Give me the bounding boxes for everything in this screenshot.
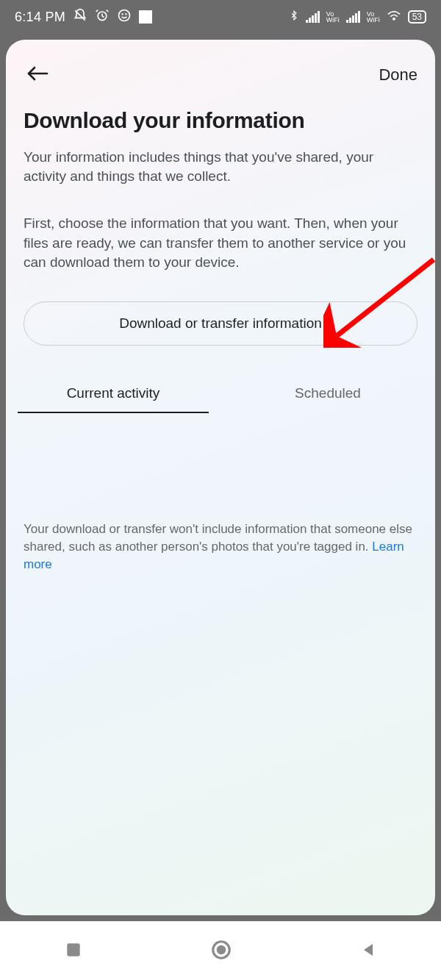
tab-current-activity[interactable]: Current activity	[6, 376, 220, 413]
footnote: Your download or transfer won't include …	[6, 413, 435, 573]
arrow-left-icon	[26, 65, 49, 82]
recents-button[interactable]	[57, 933, 90, 969]
square-icon	[64, 940, 83, 959]
status-time: 6:14 PM	[15, 10, 65, 25]
svg-line-4	[96, 10, 98, 12]
intro-paragraph-1: Your information includes things that yo…	[6, 140, 435, 186]
tab-scheduled[interactable]: Scheduled	[220, 376, 435, 413]
back-nav-button[interactable]	[352, 933, 384, 969]
download-or-transfer-button[interactable]: Download or transfer information	[24, 301, 417, 346]
svg-point-9	[392, 18, 394, 19]
vowifi-2-icon: VoWiFi	[367, 11, 380, 23]
intro-paragraph-2: First, choose the information that you w…	[6, 207, 435, 272]
signal-1-icon	[306, 11, 320, 23]
svg-point-6	[119, 10, 130, 21]
status-bar: 6:14 PM VoWiFi VoWiFi 53	[0, 0, 441, 34]
battery-icon: 53	[408, 10, 426, 24]
done-button[interactable]: Done	[379, 65, 417, 85]
svg-line-5	[107, 10, 109, 12]
footnote-text: Your download or transfer won't include …	[24, 522, 412, 554]
vowifi-1-icon: VoWiFi	[326, 11, 340, 23]
status-right: VoWiFi VoWiFi 53	[289, 8, 426, 26]
status-left: 6:14 PM	[15, 8, 152, 26]
circle-icon	[210, 939, 232, 961]
main-card: Done Download your information Your info…	[6, 40, 435, 915]
svg-line-3	[102, 15, 104, 17]
whatsapp-icon	[117, 8, 132, 26]
alarm-icon	[95, 8, 110, 26]
system-nav-bar	[0, 921, 441, 980]
svg-point-14	[217, 945, 226, 954]
notification-icon	[139, 10, 152, 24]
mute-icon	[73, 8, 87, 26]
tabs: Current activity Scheduled	[6, 376, 435, 413]
page-title: Download your information	[6, 95, 435, 140]
back-button[interactable]	[24, 62, 51, 87]
svg-point-7	[122, 13, 123, 14]
home-button[interactable]	[203, 931, 240, 970]
svg-rect-12	[67, 943, 79, 956]
bluetooth-icon	[289, 8, 299, 26]
signal-2-icon	[346, 11, 360, 23]
triangle-left-icon	[359, 940, 377, 959]
svg-point-8	[126, 13, 126, 14]
wifi-icon	[387, 10, 401, 25]
header: Done	[6, 40, 435, 95]
